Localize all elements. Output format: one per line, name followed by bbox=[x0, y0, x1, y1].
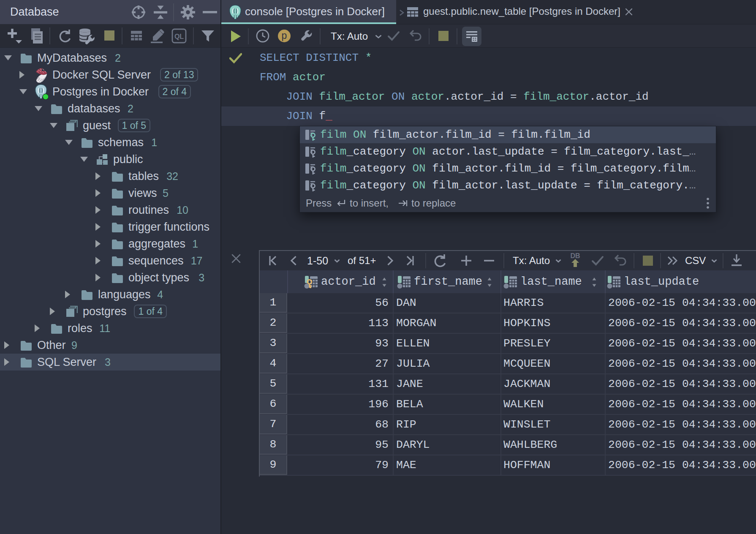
svg-text:p: p bbox=[282, 30, 287, 41]
svg-text:DB: DB bbox=[570, 253, 580, 259]
svg-text:QL: QL bbox=[174, 33, 184, 40]
